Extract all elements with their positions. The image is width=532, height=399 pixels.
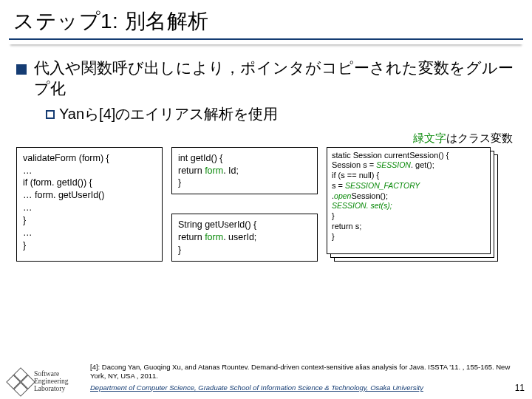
- code-line: return form. userId;: [178, 231, 311, 244]
- code-line: SESSION. set(s);: [332, 201, 485, 211]
- code-session-stack: static Session currentSession() { Sessio…: [327, 147, 498, 262]
- code-get-user-id: String getUserId() { return form. userId…: [171, 214, 318, 262]
- page-number: 11: [515, 383, 525, 393]
- code-line: …: [23, 202, 156, 214]
- citation: [4]: Dacong Yan, Guoqing Xu, and Atanas …: [90, 363, 511, 380]
- legend-suffix: はクラス変数: [446, 132, 513, 144]
- sub-bullet: Yanら[4]のエイリアス解析を使用: [16, 104, 516, 124]
- code-get-id: int getId() { return form. Id; }: [171, 147, 318, 195]
- code-line: if (s == null) {: [332, 171, 485, 181]
- code-line: }: [23, 214, 156, 227]
- code-line: }: [178, 244, 311, 256]
- code-line: int getId() {: [178, 152, 311, 165]
- bullet-square-icon: [16, 64, 27, 75]
- legend-green: 緑文字: [413, 132, 446, 144]
- code-line: validateForm (form) {: [23, 152, 156, 165]
- code-middle-column: int getId() { return form. Id; } String …: [171, 147, 318, 262]
- logo-text: Software Engineering Laboratory: [34, 371, 68, 393]
- slide-title: ステップ1: 別名解析: [0, 0, 532, 38]
- code-line: .openSession();: [332, 191, 485, 202]
- code-line: if (form. getId()) {: [23, 177, 156, 189]
- code-line: …: [23, 165, 156, 177]
- logo-mark-icon: [6, 367, 35, 397]
- code-line: String getUserId() {: [178, 219, 311, 231]
- code-line: }: [332, 211, 485, 222]
- sub-bullet-square-icon: [46, 110, 55, 119]
- code-line: …: [23, 227, 156, 239]
- code-line: s = SESSION_FACTORY: [332, 181, 485, 191]
- code-line: }: [178, 177, 311, 189]
- title-underline: [9, 38, 523, 44]
- code-line: static Session currentSession() {: [332, 151, 485, 161]
- lab-logo: Software Engineering Laboratory: [10, 371, 68, 393]
- code-line: Session s = SESSION. get();: [332, 160, 485, 171]
- main-bullet: 代入や関数呼び出しにより，ポインタがコピーされた変数をグループ化: [16, 58, 516, 100]
- footer-affiliation: Department of Computer Science, Graduate…: [90, 383, 423, 392]
- code-current-session: static Session currentSession() { Sessio…: [327, 147, 491, 254]
- code-line: }: [332, 232, 485, 242]
- code-line: return s;: [332, 222, 485, 232]
- code-line: return form. Id;: [178, 165, 311, 177]
- legend-note: 緑文字はクラス変数: [0, 132, 532, 146]
- bullet-text: 代入や関数呼び出しにより，ポインタがコピーされた変数をグループ化: [34, 58, 516, 100]
- code-validate-form: validateForm (form) { … if (form. getId(…: [16, 147, 163, 262]
- code-row: validateForm (form) { … if (form. getId(…: [0, 147, 532, 262]
- sub-bullet-text: Yanら[4]のエイリアス解析を使用: [59, 104, 278, 124]
- code-line: }: [23, 239, 156, 252]
- code-line: … form. getUserId(): [23, 189, 156, 202]
